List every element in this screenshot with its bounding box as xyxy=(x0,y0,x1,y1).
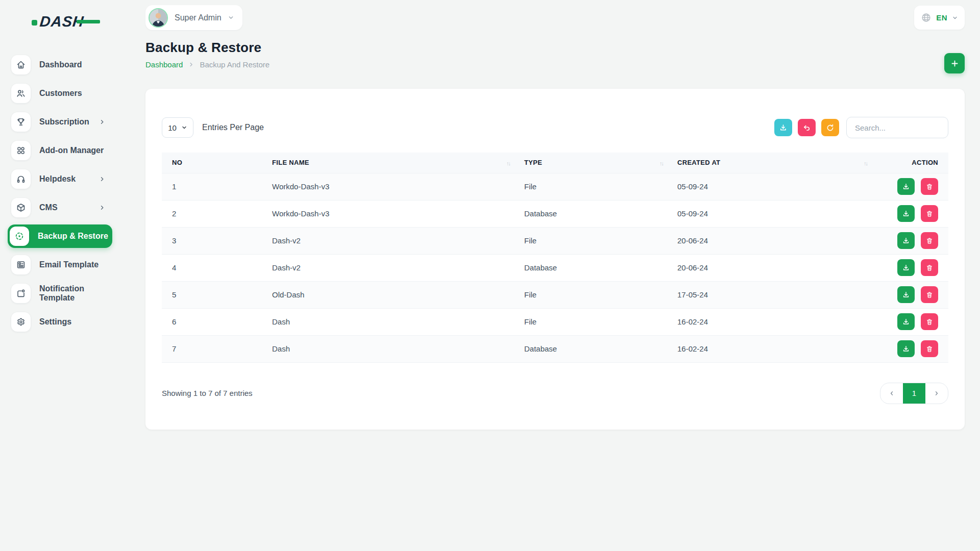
layout-icon xyxy=(11,255,31,274)
download-row-button[interactable] xyxy=(897,232,915,249)
notification-icon xyxy=(11,284,31,303)
refresh-button[interactable] xyxy=(821,119,839,136)
sidebar-item-helpdesk[interactable]: Helpdesk xyxy=(8,167,112,191)
cell-no: 4 xyxy=(162,254,262,281)
delete-row-button[interactable] xyxy=(921,286,938,303)
column-header-action: ACTION xyxy=(871,153,948,173)
download-icon xyxy=(902,318,910,326)
sidebar-item-subscription[interactable]: Subscription xyxy=(8,110,112,134)
pagination-page-1[interactable]: 1 xyxy=(903,383,925,404)
trash-icon xyxy=(925,210,934,218)
delete-row-button[interactable] xyxy=(921,178,938,195)
sort-icon[interactable]: ↑↓ xyxy=(659,160,663,166)
download-icon xyxy=(902,210,910,218)
column-header-type[interactable]: TYPE↑↓ xyxy=(514,153,667,173)
delete-row-button[interactable] xyxy=(921,313,938,330)
chevron-left-icon xyxy=(888,390,895,397)
chevron-right-icon xyxy=(933,390,940,397)
download-icon xyxy=(902,237,910,245)
breadcrumb-dashboard-link[interactable]: Dashboard xyxy=(145,60,183,69)
language-selector[interactable]: EN xyxy=(914,6,965,30)
restore-button[interactable] xyxy=(798,119,816,136)
sort-icon[interactable]: ↑↓ xyxy=(864,160,867,166)
sidebar-item-dashboard[interactable]: Dashboard xyxy=(8,53,112,77)
sidebar-item-label: Settings xyxy=(39,317,112,327)
column-header-no[interactable]: NO xyxy=(162,153,262,173)
delete-row-button[interactable] xyxy=(921,205,938,222)
download-all-button[interactable] xyxy=(774,119,792,136)
add-backup-button[interactable] xyxy=(944,53,965,73)
download-row-button[interactable] xyxy=(897,205,915,222)
pagination-next-button[interactable] xyxy=(925,383,948,404)
sidebar-item-notification-template[interactable]: Notification Template xyxy=(8,282,112,305)
cell-type: File xyxy=(514,308,667,335)
brand-logo: DASH xyxy=(32,13,120,30)
entries-summary: Showing 1 to 7 of 7 entries xyxy=(162,389,253,397)
pagination: 1 xyxy=(880,383,948,404)
cell-file-name: Dash xyxy=(262,308,514,335)
download-row-button[interactable] xyxy=(897,313,915,330)
cell-no: 5 xyxy=(162,281,262,308)
download-row-button[interactable] xyxy=(897,340,915,357)
table-row: 3 Dash-v2 File 20-06-24 xyxy=(162,227,948,254)
chevron-down-icon xyxy=(228,14,234,21)
sidebar-item-customers[interactable]: Customers xyxy=(8,82,112,105)
chevron-right-icon xyxy=(188,62,194,67)
table-footer: Showing 1 to 7 of 7 entries 1 xyxy=(162,383,948,404)
cell-action xyxy=(871,173,948,200)
user-menu[interactable]: Super Admin xyxy=(145,5,242,30)
sidebar-item-label: Dashboard xyxy=(39,60,112,69)
apps-icon xyxy=(11,141,31,160)
page-title-block: Backup & Restore Dashboard Backup And Re… xyxy=(145,40,270,69)
download-icon xyxy=(779,123,788,132)
backup-icon xyxy=(10,227,29,246)
cell-type: Database xyxy=(514,254,667,281)
download-row-button[interactable] xyxy=(897,178,915,195)
column-header-file-name[interactable]: FILE NAME↑↓ xyxy=(262,153,514,173)
delete-row-button[interactable] xyxy=(921,259,938,276)
sidebar-item-backup-restore[interactable]: Backup & Restore xyxy=(8,224,112,248)
cell-created-at: 16-02-24 xyxy=(667,335,871,362)
table-row: 7 Dash Database 16-02-24 xyxy=(162,335,948,362)
sidebar-item-email-template[interactable]: Email Template xyxy=(8,253,112,277)
cell-type: File xyxy=(514,227,667,254)
table-row: 5 Old-Dash File 17-05-24 xyxy=(162,281,948,308)
table-row: 1 Workdo-Dash-v3 File 05-09-24 xyxy=(162,173,948,200)
user-name: Super Admin xyxy=(175,13,222,22)
cell-action xyxy=(871,281,948,308)
sidebar-item-cms[interactable]: CMS xyxy=(8,196,112,219)
cell-file-name: Dash xyxy=(262,335,514,362)
sidebar-item-settings[interactable]: Settings xyxy=(8,310,112,334)
cell-file-name: Workdo-Dash-v3 xyxy=(262,173,514,200)
trophy-icon xyxy=(11,112,31,132)
globe-icon xyxy=(921,12,932,23)
chevron-right-icon xyxy=(99,119,105,125)
box-icon xyxy=(11,198,31,217)
topbar: Super Admin EN xyxy=(145,5,965,30)
download-row-button[interactable] xyxy=(897,286,915,303)
delete-row-button[interactable] xyxy=(921,232,938,249)
pagination-prev-button[interactable] xyxy=(880,383,903,404)
cell-created-at: 20-06-24 xyxy=(667,227,871,254)
sidebar-nav: Dashboard Customers Subscription xyxy=(0,53,120,334)
download-row-button[interactable] xyxy=(897,259,915,276)
cell-type: File xyxy=(514,281,667,308)
delete-row-button[interactable] xyxy=(921,340,938,357)
language-code: EN xyxy=(936,13,947,22)
cell-no: 2 xyxy=(162,200,262,227)
cell-file-name: Dash-v2 xyxy=(262,254,514,281)
sidebar-item-addon-manager[interactable]: Add-on Manager xyxy=(8,139,112,162)
trash-icon xyxy=(925,291,934,299)
main-content: Super Admin EN Backup & Restore Dashbo xyxy=(120,0,980,551)
column-header-created-at[interactable]: CREATED AT↑↓ xyxy=(667,153,871,173)
home-icon xyxy=(11,55,31,74)
sidebar-item-label: Email Template xyxy=(39,260,112,269)
backup-table-card: 10 Entries Per Page xyxy=(145,89,965,430)
sidebar-item-label: Add-on Manager xyxy=(39,146,112,155)
sidebar-item-label: Backup & Restore xyxy=(38,232,112,241)
sort-icon[interactable]: ↑↓ xyxy=(506,160,510,166)
page-title: Backup & Restore xyxy=(145,40,270,56)
entries-per-page-select[interactable]: 10 xyxy=(162,117,193,138)
sidebar-item-label: CMS xyxy=(39,203,99,212)
search-input[interactable] xyxy=(846,117,948,138)
